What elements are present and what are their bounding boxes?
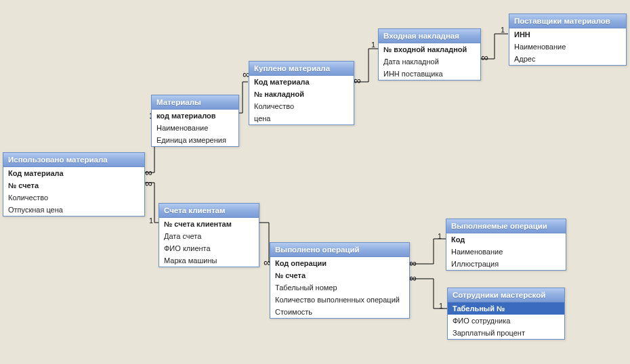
entity-title: Куплено материала: [249, 62, 354, 76]
field-row[interactable]: Наименование: [509, 41, 626, 53]
field-row[interactable]: цена: [249, 112, 354, 124]
entity-employees[interactable]: Сотрудники мастерской Табельный № ФИО со…: [447, 288, 565, 340]
field-row[interactable]: Количество выполненных операций: [270, 294, 409, 306]
rel-infinity: ∞: [354, 74, 360, 86]
entity-client-accounts[interactable]: Счета клиентам № счета клиентам Дата сче…: [159, 203, 259, 267]
field-row[interactable]: ИНН: [509, 28, 626, 41]
field-row[interactable]: Табельный номер: [270, 281, 409, 294]
field-row[interactable]: Код материала: [3, 167, 144, 179]
entity-operations[interactable]: Выполняемые операции Код Наименование Ил…: [446, 219, 566, 271]
entity-title: Выполнено операций: [270, 243, 409, 257]
field-row[interactable]: ФИО клиента: [159, 242, 259, 254]
field-row[interactable]: Количество: [249, 100, 354, 112]
entity-title: Сотрудники мастерской: [448, 288, 564, 302]
field-row[interactable]: № счета: [270, 269, 409, 281]
entity-bought-material[interactable]: Куплено материала Код материала № наклад…: [249, 61, 354, 125]
rel-infinity: ∞: [264, 256, 270, 268]
field-row[interactable]: Дата счета: [159, 230, 259, 242]
field-row[interactable]: Марка машины: [159, 254, 259, 267]
entity-operations-done[interactable]: Выполнено операций Код операции № счета …: [270, 242, 410, 319]
field-row[interactable]: Код операции: [270, 257, 409, 269]
rel-one: 1: [501, 26, 505, 34]
field-row[interactable]: № счета клиентам: [159, 218, 259, 230]
field-row[interactable]: Зарплатный процент: [448, 327, 564, 339]
entity-materials[interactable]: Материалы код материалов Наименование Ед…: [151, 95, 239, 147]
rel-infinity: ∞: [145, 166, 151, 178]
entity-suppliers[interactable]: Поставщики материалов ИНН Наименование А…: [509, 14, 627, 66]
field-row[interactable]: Адрес: [509, 53, 626, 65]
entity-title: Использовано материала: [3, 153, 144, 167]
field-row[interactable]: Отпускная цена: [3, 204, 144, 216]
field-row[interactable]: Код: [446, 233, 566, 246]
entity-title: Поставщики материалов: [509, 14, 626, 28]
field-row[interactable]: Наименование: [446, 246, 566, 258]
field-row[interactable]: № накладной: [249, 88, 354, 100]
field-row[interactable]: Наименование: [152, 122, 238, 134]
rel-one: 1: [149, 217, 153, 225]
field-row[interactable]: Иллюстрация: [446, 258, 566, 270]
field-row[interactable]: Стоимость: [270, 306, 409, 318]
entity-incoming-invoice[interactable]: Входная накладная № входной накладной Да…: [378, 28, 481, 81]
field-row[interactable]: № счета: [3, 179, 144, 191]
field-row[interactable]: Код материала: [249, 76, 354, 88]
entity-title: Счета клиентам: [159, 204, 259, 218]
field-row[interactable]: Табельный №: [448, 302, 564, 315]
rel-infinity: ∞: [409, 257, 415, 269]
field-row[interactable]: Количество: [3, 191, 144, 204]
field-row[interactable]: код материалов: [152, 110, 238, 122]
entity-used-material[interactable]: Использовано материала Код материала № с…: [3, 152, 145, 217]
field-row[interactable]: ФИО сотрудника: [448, 315, 564, 327]
entity-title: Входная накладная: [379, 29, 480, 43]
rel-one: 1: [438, 232, 442, 240]
entity-title: Материалы: [152, 95, 238, 110]
rel-infinity: ∞: [243, 68, 249, 80]
rel-one: 1: [439, 302, 443, 310]
field-row[interactable]: ИНН поставщика: [379, 68, 480, 80]
rel-infinity: ∞: [145, 177, 151, 189]
rel-infinity: ∞: [409, 272, 415, 283]
field-row[interactable]: № входной накладной: [379, 43, 480, 55]
rel-infinity: ∞: [481, 51, 487, 63]
field-row[interactable]: Дата накладной: [379, 55, 480, 68]
rel-one: 1: [371, 41, 375, 49]
field-row[interactable]: Единица измерения: [152, 134, 238, 146]
entity-title: Выполняемые операции: [446, 219, 566, 233]
